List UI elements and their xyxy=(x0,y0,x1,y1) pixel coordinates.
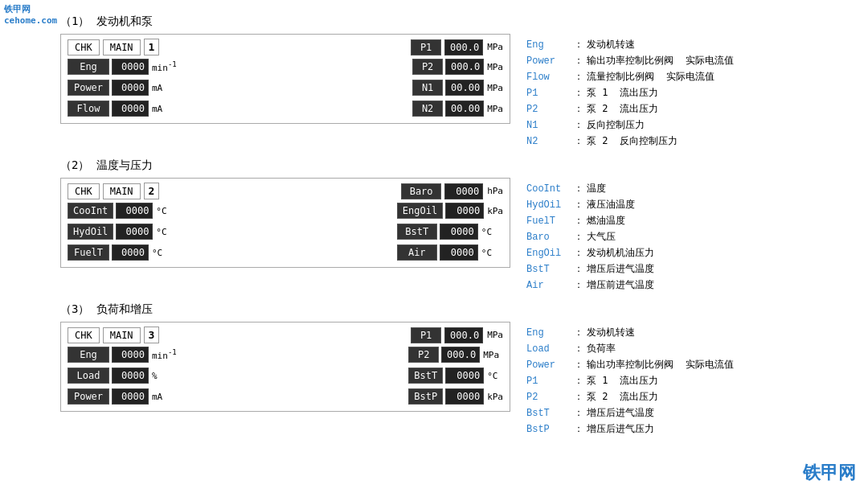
eng-unit-3: min-1 xyxy=(151,348,177,361)
p2-value-1: 000.0 xyxy=(445,59,484,75)
legend-power-3: Power ： 输出功率控制比例阀 实际电流值 xyxy=(526,358,856,372)
watermark-bottom-right: 铁甲网 xyxy=(803,461,856,485)
chk-label-2: CHK xyxy=(68,183,100,199)
eng-row-1: Eng 0000 min-1 xyxy=(68,59,177,75)
legend-p1-1: P1 ： 泵 1 流出压力 xyxy=(526,86,856,100)
section1-left-cols: Eng 0000 min-1 Power 0000 mA Flow xyxy=(68,59,177,119)
legend-p1-3: P1 ： 泵 1 流出压力 xyxy=(526,374,856,388)
p1-value-3: 000.0 xyxy=(444,327,483,343)
p1-header-label: P1 xyxy=(411,39,441,55)
power-value-1: 0000 xyxy=(112,80,149,96)
power-unit-1: mA xyxy=(151,83,162,93)
legend-bstt-3: BstT ： 增压后进气温度 xyxy=(526,406,856,420)
legend-bstp: BstP ： 增压后进气压力 xyxy=(526,422,856,436)
flow-row-1: Flow 0000 mA xyxy=(68,101,177,117)
n1-header-label: N1 xyxy=(412,80,443,96)
legend-eng-3: Eng ： 发动机转速 xyxy=(526,326,856,339)
flow-label-1: Flow xyxy=(68,101,109,117)
section2-header-row: CHK MAIN 2 Baro 0000 hPa xyxy=(68,183,503,199)
cooint-value: 0000 xyxy=(116,203,153,219)
n2-row-1: N2 00.00 MPa xyxy=(412,101,503,117)
n2-value-1: 00.00 xyxy=(445,101,484,117)
section1: CHK MAIN 1 P1 000.0 MPa Eng 0000 xyxy=(60,34,856,150)
eng-label-3: Eng xyxy=(68,347,109,363)
section3-title: （3） 负荷和增压 xyxy=(60,302,856,317)
engoil-label: EngOil xyxy=(397,203,443,219)
air-label: Air xyxy=(397,244,437,261)
baro-value: 0000 xyxy=(444,183,483,199)
fuelt-row: FuelT 0000 °C xyxy=(68,244,167,261)
load-label: Load xyxy=(68,368,109,384)
bstt-unit-2: °C xyxy=(481,227,492,237)
p1-value: 000.0 xyxy=(444,39,483,55)
section2-right-cols: EngOil 0000 kPa BstT 0000 °C Air 0000 xyxy=(397,203,503,263)
p1-unit-3: MPa xyxy=(486,330,503,340)
fuelt-label: FuelT xyxy=(68,244,109,261)
section2-title: （2） 温度与压力 xyxy=(60,158,856,173)
chk-label-3: CHK xyxy=(68,327,100,343)
baro-header-label: Baro xyxy=(401,183,441,199)
hydoil-unit: °C xyxy=(155,227,166,237)
main-label-2: MAIN xyxy=(103,183,141,199)
n1-unit-1: MPa xyxy=(486,83,503,93)
bstt-label-2: BstT xyxy=(397,224,437,240)
section1-title: （1） 发动机和泵 xyxy=(60,14,856,29)
main-label-1: MAIN xyxy=(103,39,141,55)
p2-row-3: P2 000.0 MPa xyxy=(408,347,503,363)
power-row-1: Power 0000 mA xyxy=(68,80,177,96)
bstp-label: BstP xyxy=(408,388,443,405)
cooint-label: CooInt xyxy=(68,203,113,219)
num-3: 3 xyxy=(144,327,160,343)
section3-left-cols: Eng 0000 min-1 Load 0000 % Power 0000 xyxy=(68,347,177,407)
section2: CHK MAIN 2 Baro 0000 hPa CooInt 0000 °C xyxy=(60,178,856,294)
eng-label-1: Eng xyxy=(68,59,109,75)
power-unit-3: mA xyxy=(151,392,162,402)
baro-unit: hPa xyxy=(486,186,503,196)
legend-fuelt: FuelT ： 燃油温度 xyxy=(526,214,856,228)
legend-power-1: Power ： 输出功率控制比例阀 实际电流值 xyxy=(526,54,856,68)
load-row: Load 0000 % xyxy=(68,368,177,384)
air-unit: °C xyxy=(481,248,492,258)
cooint-unit: °C xyxy=(155,206,166,216)
eng-unit-1: min-1 xyxy=(151,60,177,73)
legend-baro: Baro ： 大气压 xyxy=(526,230,856,244)
bstt-value-2: 0000 xyxy=(440,224,478,240)
engoil-value: 0000 xyxy=(445,203,484,219)
section3-data: Eng 0000 min-1 Load 0000 % Power 0000 xyxy=(68,347,503,407)
legend-hydoil: HydOil ： 液压油温度 xyxy=(526,198,856,212)
section1-header-row: CHK MAIN 1 P1 000.0 MPa xyxy=(68,39,503,55)
n1-value-1: 00.00 xyxy=(445,80,484,96)
eng-row-3: Eng 0000 min-1 xyxy=(68,347,177,363)
power-label-3: Power xyxy=(68,388,109,405)
power-value-3: 0000 xyxy=(112,388,149,405)
bstp-unit: kPa xyxy=(486,392,503,402)
fuelt-unit: °C xyxy=(151,248,162,258)
bstt-row-2: BstT 0000 °C xyxy=(397,224,503,240)
load-unit: % xyxy=(151,371,158,381)
num-2: 2 xyxy=(144,183,160,199)
p1-unit: MPa xyxy=(486,42,503,52)
p2-unit-3: MPa xyxy=(482,350,499,360)
p2-header-label: P2 xyxy=(412,59,443,75)
section3: CHK MAIN 3 P1 000.0 MPa Eng 0000 min-1 xyxy=(60,322,856,438)
bstt-label-3: BstT xyxy=(408,368,443,384)
eng-value-1: 0000 xyxy=(112,59,149,75)
hydoil-label: HydOil xyxy=(68,224,113,240)
p2-label-3: P2 xyxy=(408,347,439,363)
p2-unit-1: MPa xyxy=(486,62,503,72)
hydoil-value: 0000 xyxy=(116,224,153,240)
section3-header-row: CHK MAIN 3 P1 000.0 MPa xyxy=(68,327,503,343)
legend-p2-3: P2 ： 泵 2 流出压力 xyxy=(526,390,856,404)
p1-header-label-3: P1 xyxy=(411,327,441,343)
section3-legend: Eng ： 发动机转速 Load ： 负荷率 Power ： 输出功率控制比例阀… xyxy=(510,322,856,438)
n2-header-label: N2 xyxy=(412,101,443,117)
bstt-unit-3: °C xyxy=(486,371,497,381)
section1-legend: Eng ： 发动机转速 Power ： 输出功率控制比例阀 实际电流值 Flow… xyxy=(510,34,856,150)
section1-data: Eng 0000 min-1 Power 0000 mA Flow xyxy=(68,59,503,119)
legend-n1-1: N1 ： 反向控制压力 xyxy=(526,118,856,132)
n2-unit-1: MPa xyxy=(486,104,503,114)
legend-p2-1: P2 ： 泵 2 流出压力 xyxy=(526,102,856,116)
section1-right-cols: P2 000.0 MPa N1 00.00 MPa N2 xyxy=(412,59,503,119)
bstp-value: 0000 xyxy=(445,388,484,405)
legend-n2-1: N2 ： 泵 2 反向控制压力 xyxy=(526,134,856,148)
